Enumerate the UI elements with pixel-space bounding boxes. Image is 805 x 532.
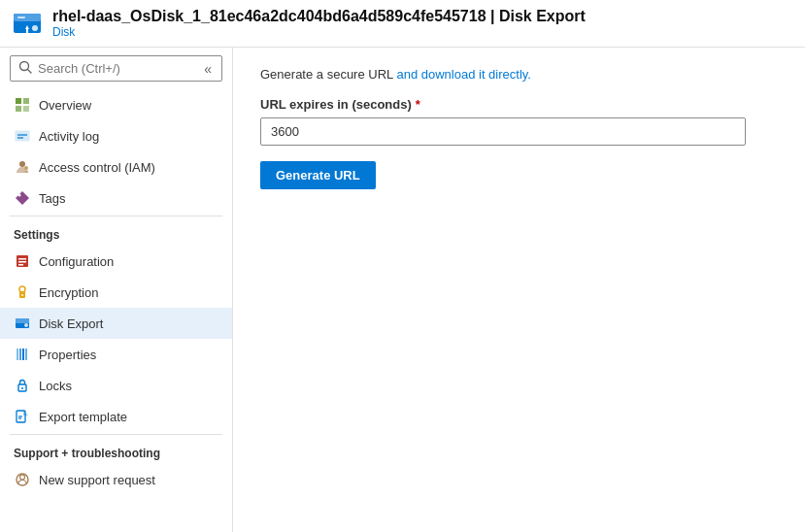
support-section-header: Support + troubleshooting	[0, 437, 232, 464]
sidebar-item-label: Locks	[39, 379, 72, 393]
search-input[interactable]	[38, 61, 202, 76]
svg-point-38	[20, 475, 25, 480]
sidebar-item-label: Access control (IAM)	[39, 160, 155, 175]
configuration-icon	[14, 252, 31, 270]
sidebar-item-access-control[interactable]: Access control (IAM)	[0, 151, 232, 183]
tags-icon	[14, 189, 31, 207]
sidebar-item-label: Export template	[39, 410, 127, 424]
collapse-sidebar-button[interactable]: «	[202, 61, 214, 77]
settings-section-header: Settings	[0, 218, 232, 246]
svg-rect-29	[19, 349, 21, 360]
sidebar-item-label: Overview	[39, 98, 91, 113]
access-control-icon	[14, 158, 31, 176]
svg-marker-16	[16, 191, 29, 205]
sidebar-item-export-template[interactable]: Export template	[0, 401, 232, 432]
locks-icon	[14, 377, 31, 394]
sidebar: « Overview Acti	[0, 48, 233, 532]
svg-rect-19	[18, 258, 26, 260]
sidebar-item-activity-log[interactable]: Activity log	[0, 120, 232, 151]
url-expires-label: URL expires in (seconds) *	[260, 97, 778, 112]
breadcrumb[interactable]: Disk	[52, 25, 586, 39]
svg-rect-30	[22, 349, 24, 360]
title-bar: rhel-daas_OsDisk_1_81ec46a2dc404bd6a4d58…	[0, 0, 805, 48]
sidebar-item-properties[interactable]: Properties	[0, 339, 232, 370]
svg-rect-21	[18, 264, 23, 266]
svg-point-27	[24, 323, 28, 327]
export-template-icon	[14, 408, 31, 425]
svg-rect-10	[23, 106, 29, 112]
disk-resource-icon	[12, 8, 43, 39]
sidebar-item-encryption[interactable]: Encryption	[0, 277, 232, 308]
sidebar-item-label: Encryption	[39, 285, 98, 300]
svg-rect-26	[16, 318, 29, 323]
svg-point-24	[21, 294, 23, 296]
svg-point-17	[18, 194, 21, 197]
download-link[interactable]: and download it directly.	[396, 67, 531, 82]
svg-rect-7	[16, 98, 21, 104]
sidebar-item-label: Disk Export	[39, 316, 103, 331]
sidebar-item-label: New support request	[39, 473, 155, 487]
activity-log-icon	[14, 127, 31, 145]
svg-rect-11	[16, 131, 29, 141]
properties-icon	[14, 346, 31, 363]
sidebar-item-label: Tags	[39, 191, 65, 206]
svg-rect-28	[17, 349, 18, 360]
sidebar-item-tags[interactable]: Tags	[0, 183, 232, 214]
main-content: Generate a secure URL and download it di…	[233, 48, 805, 532]
settings-divider	[10, 216, 222, 216]
title-text-block: rhel-daas_OsDisk_1_81ec46a2dc404bd6a4d58…	[52, 8, 586, 39]
generate-url-button[interactable]: Generate URL	[260, 161, 376, 189]
svg-rect-31	[25, 349, 27, 360]
sidebar-item-disk-export[interactable]: Disk Export	[0, 308, 232, 339]
overview-icon	[14, 96, 31, 114]
sidebar-item-label: Configuration	[39, 254, 114, 269]
svg-point-33	[21, 387, 23, 389]
sidebar-item-overview[interactable]: Overview	[0, 89, 232, 120]
svg-point-2	[32, 25, 38, 31]
sidebar-item-locks[interactable]: Locks	[0, 370, 232, 401]
svg-point-15	[24, 166, 28, 170]
search-box[interactable]: «	[10, 55, 222, 82]
disk-export-icon	[14, 315, 31, 332]
svg-rect-20	[18, 261, 26, 263]
svg-rect-8	[23, 98, 29, 104]
required-indicator: *	[416, 97, 420, 112]
search-icon	[18, 60, 32, 77]
svg-rect-4	[26, 29, 28, 33]
support-divider	[10, 434, 222, 435]
svg-rect-9	[16, 106, 21, 112]
new-support-request-icon	[14, 471, 31, 488]
body-area: « Overview Acti	[0, 48, 805, 532]
svg-line-6	[28, 70, 32, 74]
svg-point-14	[19, 161, 25, 167]
svg-rect-3	[17, 17, 25, 18]
sidebar-item-label: Activity log	[39, 129, 99, 144]
description-text: Generate a secure URL and download it di…	[260, 67, 778, 82]
sidebar-item-new-support-request[interactable]: New support request	[0, 464, 232, 495]
page-title: rhel-daas_OsDisk_1_81ec46a2dc404bd6a4d58…	[52, 8, 586, 25]
encryption-icon	[14, 283, 31, 301]
url-expires-input[interactable]	[260, 117, 746, 146]
sidebar-item-configuration[interactable]: Configuration	[0, 246, 232, 277]
sidebar-item-label: Properties	[39, 348, 96, 362]
